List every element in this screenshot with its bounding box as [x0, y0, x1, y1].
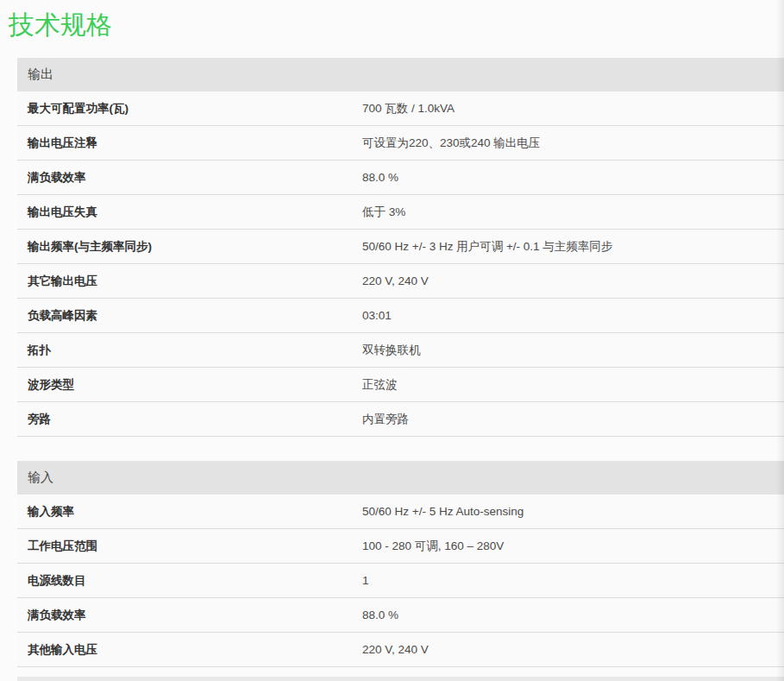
table-row: 工作电压范围 100 - 280 可调, 160 – 280V: [17, 529, 784, 564]
spec-label: 满负载效率: [17, 170, 362, 186]
spec-value: 88.0 %: [362, 608, 398, 621]
spec-label: 输出电压注释: [17, 136, 362, 151]
section-header: 输出: [17, 58, 784, 91]
page-title: 技术规格: [0, 0, 784, 30]
spec-value: 低于 3%: [362, 205, 405, 220]
spec-label: 波形类型: [17, 377, 362, 393]
spec-label: 负载高峰因素: [17, 308, 362, 324]
spec-label: 输入频率: [17, 504, 362, 520]
table-row: 满负载效率 88.0 %: [17, 161, 784, 195]
spec-label: 其它输出电压: [17, 274, 362, 289]
spec-value: 220 V, 240 V: [362, 643, 429, 656]
spec-label: 旁路: [17, 412, 362, 427]
table-row: 输入频率 50/60 Hz +/- 5 Hz Auto-sensing: [17, 495, 784, 529]
section-header-label: 输出: [28, 66, 53, 83]
table-row: 输出电压注释 可设置为220、230或240 输出电压: [17, 126, 784, 161]
spec-label: 工作电压范围: [17, 539, 362, 554]
section-input: 输入 输入频率 50/60 Hz +/- 5 Hz Auto-sensing 工…: [17, 461, 784, 667]
spec-label: 电源线数目: [17, 573, 362, 589]
spec-value: 正弦波: [362, 377, 398, 393]
table-row: 旁路 内置旁路: [17, 402, 784, 437]
table-row: 波形类型 正弦波: [17, 368, 784, 402]
spec-value: 双转换联机: [362, 343, 421, 358]
table-row: 拓扑 双转换联机: [17, 333, 784, 368]
spec-value: 内置旁路: [362, 412, 409, 427]
spec-value: 50/60 Hz +/- 3 Hz 用户可调 +/- 0.1 与主频率同步: [362, 239, 612, 255]
table-row: 输出频率(与主频率同步) 50/60 Hz +/- 3 Hz 用户可调 +/- …: [17, 230, 784, 264]
section-header: 输入: [17, 461, 784, 495]
spec-label: 输出电压失真: [17, 205, 362, 220]
spec-value: 220 V, 240 V: [362, 274, 429, 287]
table-row: 输出电压失真 低于 3%: [17, 195, 784, 230]
table-row: 最大可配置功率(瓦) 700 瓦数 / 1.0kVA: [17, 91, 784, 126]
spec-label: 最大可配置功率(瓦): [17, 101, 362, 117]
spec-value: 1: [362, 574, 369, 587]
section-output: 输出 最大可配置功率(瓦) 700 瓦数 / 1.0kVA 输出电压注释 可设置…: [17, 58, 784, 437]
table-row: 其他输入电压 220 V, 240 V: [17, 633, 784, 667]
spec-value: 100 - 280 可调, 160 – 280V: [362, 539, 504, 554]
table-row: 满负载效率 88.0 %: [17, 598, 784, 633]
table-row: 电源线数目 1: [17, 564, 784, 598]
spec-label: 拓扑: [17, 343, 362, 358]
spec-value: 700 瓦数 / 1.0kVA: [362, 101, 455, 117]
spec-value: 88.0 %: [362, 171, 398, 184]
table-row: 其它输出电压 220 V, 240 V: [17, 264, 784, 299]
table-row: 负载高峰因素 03:01: [17, 299, 784, 333]
spec-label: 输出频率(与主频率同步): [17, 239, 362, 255]
section-header-label: 输入: [28, 470, 53, 486]
spec-tables: 输出 最大可配置功率(瓦) 700 瓦数 / 1.0kVA 输出电压注释 可设置…: [17, 58, 784, 667]
next-section-header-partial: [17, 677, 784, 681]
spec-label: 满负载效率: [17, 608, 362, 623]
spec-value: 可设置为220、230或240 输出电压: [362, 136, 540, 151]
spec-value: 50/60 Hz +/- 5 Hz Auto-sensing: [362, 505, 524, 518]
spec-value: 03:01: [362, 309, 392, 322]
spec-label: 其他输入电压: [17, 642, 362, 658]
